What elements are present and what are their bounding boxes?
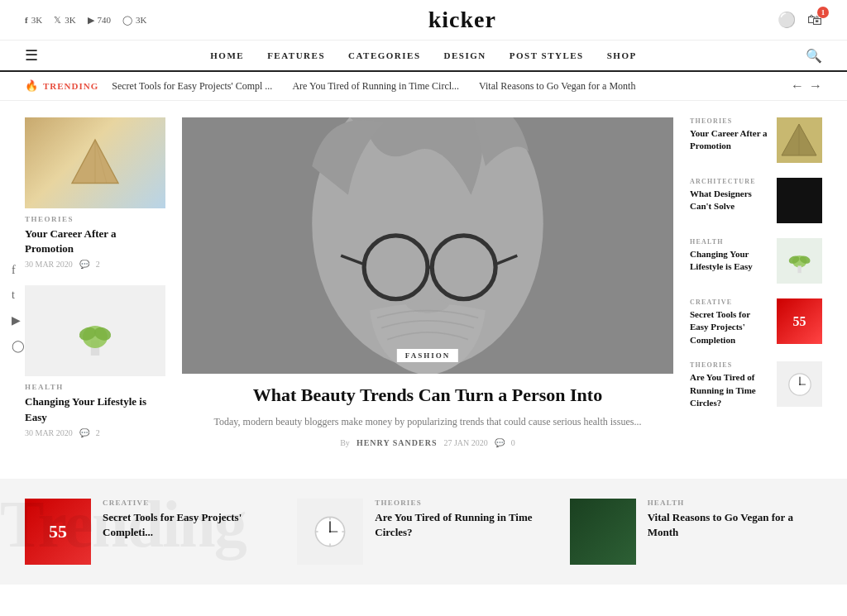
nav-categories[interactable]: CATEGORIES <box>348 50 421 60</box>
search-icon[interactable]: 🔍 <box>806 48 822 64</box>
bottom-article-3-image <box>570 499 636 565</box>
center-article-byline: By HENRY SANDERS 27 JAN 2020 💬 0 <box>182 438 673 447</box>
right-article-4-image: 55 <box>777 298 822 344</box>
center-article-author: HENRY SANDERS <box>357 438 438 447</box>
bottom-article-2[interactable]: THEORIES Are You Tired of Running in Tim… <box>297 499 549 565</box>
bottom-article-1-title: Secret Tools for Easy Projects' Completi… <box>103 510 277 540</box>
bottom-article-3-title: Vital Reasons to Go Vegan for a Month <box>648 510 822 540</box>
right-article-2-title: What Designers Can't Solve <box>690 188 768 213</box>
trending-item-2[interactable]: Are You Tired of Running in Time Circl..… <box>292 80 459 93</box>
nav-items: HOME FEATURES CATEGORIES DESIGN POST STY… <box>210 50 636 60</box>
left-article-2-image <box>25 285 165 376</box>
youtube-count-value: 740 <box>98 15 112 25</box>
bottom-article-1[interactable]: 55 CREATIVE Secret Tools for Easy Projec… <box>25 499 277 565</box>
social-counts: f 3K 𝕏 3K ▶ 740 ◯ 3K <box>25 15 147 26</box>
left-article-1-date: 30 MAR 2020 <box>25 260 73 269</box>
instagram-icon: ◯ <box>122 15 132 26</box>
youtube-count[interactable]: ▶ 740 <box>88 15 112 26</box>
center-article-date: 27 JAN 2020 <box>443 438 487 447</box>
bottom-article-3[interactable]: HEALTH Vital Reasons to Go Vegan for a M… <box>570 499 822 565</box>
sidebar-instagram-icon[interactable]: ◯ <box>12 339 25 353</box>
right-article-1-text: THEORIES Your Career After a Promotion <box>690 117 768 153</box>
sidebar-twitter-icon[interactable]: t <box>12 289 25 302</box>
right-article-3-title: Changing Your Lifestyle is Easy <box>690 248 768 274</box>
center-article-title[interactable]: What Beauty Trends Can Turn a Person Int… <box>182 384 673 408</box>
bottom-article-2-category: THEORIES <box>375 499 549 507</box>
sidebar-youtube-icon[interactable]: ▶ <box>12 313 25 327</box>
center-main-image[interactable]: FASHION <box>182 117 673 374</box>
trending-next-arrow[interactable]: → <box>809 79 822 93</box>
right-article-2-category: ARCHITECTURE <box>690 178 768 185</box>
bottom-article-2-title: Are You Tired of Running in Time Circles… <box>375 510 549 540</box>
left-article-2-title: Changing Your Lifestyle is Easy <box>25 394 165 424</box>
nav-design[interactable]: DESIGN <box>444 50 486 60</box>
youtube-icon: ▶ <box>88 15 94 26</box>
right-article-3-category: HEALTH <box>690 238 768 246</box>
center-column: FASHION What Beauty Trends Can Turn a Pe… <box>182 117 673 454</box>
fire-icon: 🔥 <box>25 79 39 93</box>
trending-bar: 🔥 TRENDING Secret Tools for Easy Project… <box>0 72 847 101</box>
right-article-5[interactable]: THEORIES Are You Tired of Running in Tim… <box>690 361 822 409</box>
center-article-badge: FASHION <box>397 349 458 362</box>
sidebar-facebook-icon[interactable]: f <box>12 264 25 277</box>
top-right-icons: ⚪ 🛍 1 <box>778 11 822 29</box>
facebook-icon: f <box>25 15 28 25</box>
right-article-3-text: HEALTH Changing Your Lifestyle is Easy <box>690 238 768 274</box>
left-article-1-comments: 2 <box>96 260 100 269</box>
site-logo[interactable]: kicker <box>428 7 496 33</box>
nav-home[interactable]: HOME <box>210 50 244 60</box>
left-column: THEORIES Your Career After a Promotion 3… <box>25 117 165 454</box>
right-article-1-title: Your Career After a Promotion <box>690 127 768 153</box>
nav-shop[interactable]: SHOP <box>607 50 637 60</box>
trending-text: TRENDING <box>43 81 98 91</box>
trending-items: Secret Tools for Easy Projects' Compl ..… <box>112 80 778 93</box>
right-column: THEORIES Your Career After a Promotion A… <box>690 117 822 454</box>
bottom-grid: 55 CREATIVE Secret Tools for Easy Projec… <box>25 499 822 565</box>
comment-icon-1: 💬 <box>79 260 89 269</box>
right-article-4[interactable]: CREATIVE Secret Tools for Easy Projects'… <box>690 298 822 346</box>
right-article-2-image <box>777 178 822 223</box>
right-article-4-category: CREATIVE <box>690 298 768 306</box>
bottom-article-1-text: CREATIVE Secret Tools for Easy Projects'… <box>103 499 277 540</box>
right-article-3[interactable]: HEALTH Changing Your Lifestyle is Easy <box>690 238 822 284</box>
left-article-2-comments: 2 <box>96 428 100 437</box>
main-content: THEORIES Your Career After a Promotion 3… <box>0 101 847 470</box>
user-icon[interactable]: ⚪ <box>778 11 796 29</box>
right-article-1-image <box>777 117 822 163</box>
right-article-4-title: Secret Tools for Easy Projects' Completi… <box>690 308 768 346</box>
right-article-1[interactable]: THEORIES Your Career After a Promotion <box>690 117 822 163</box>
right-article-2[interactable]: ARCHITECTURE What Designers Can't Solve <box>690 178 822 223</box>
left-article-1-meta: 30 MAR 2020 💬 2 <box>25 260 165 269</box>
left-article-2-date: 30 MAR 2020 <box>25 428 73 437</box>
right-article-5-category: THEORIES <box>690 361 768 369</box>
nav-post-styles[interactable]: POST STYLES <box>510 50 584 60</box>
right-article-5-title: Are You Tired of Running in Time Circles… <box>690 371 768 409</box>
bottom-article-1-image: 55 <box>25 499 91 565</box>
hamburger-menu[interactable]: ☰ <box>25 46 38 64</box>
left-article-2[interactable]: HEALTH Changing Your Lifestyle is Easy 3… <box>25 285 165 437</box>
twitter-count[interactable]: 𝕏 3K <box>54 15 75 26</box>
svg-rect-22 <box>797 265 801 273</box>
cart-icon[interactable]: 🛍 1 <box>807 12 822 29</box>
bottom-article-3-text: HEALTH Vital Reasons to Go Vegan for a M… <box>648 499 822 540</box>
instagram-count-value: 3K <box>136 15 146 25</box>
instagram-count[interactable]: ◯ 3K <box>122 15 146 26</box>
bottom-article-2-text: THEORIES Are You Tired of Running in Tim… <box>375 499 549 540</box>
right-article-4-text: CREATIVE Secret Tools for Easy Projects'… <box>690 298 768 346</box>
right-article-3-image <box>777 238 822 284</box>
left-article-1[interactable]: THEORIES Your Career After a Promotion 3… <box>25 117 165 269</box>
twitter-icon: 𝕏 <box>54 15 61 26</box>
nav-features[interactable]: FEATURES <box>267 50 325 60</box>
trending-arrows: ← → <box>791 79 822 93</box>
right-article-2-text: ARCHITECTURE What Designers Can't Solve <box>690 178 768 213</box>
facebook-count[interactable]: f 3K <box>25 15 42 25</box>
center-article-comment-icon: 💬 <box>495 438 505 447</box>
twitter-count-value: 3K <box>65 15 75 25</box>
trending-prev-arrow[interactable]: ← <box>791 79 804 93</box>
trending-item-3[interactable]: Vital Reasons to Go Vegan for a Month <box>479 80 635 93</box>
trending-item-1[interactable]: Secret Tools for Easy Projects' Compl ..… <box>112 80 272 93</box>
bottom-article-1-category: CREATIVE <box>103 499 277 507</box>
center-article-comments: 0 <box>511 438 515 447</box>
top-bar: f 3K 𝕏 3K ▶ 740 ◯ 3K kicker ⚪ 🛍 1 <box>0 0 847 41</box>
bottom-article-2-image <box>297 499 363 565</box>
